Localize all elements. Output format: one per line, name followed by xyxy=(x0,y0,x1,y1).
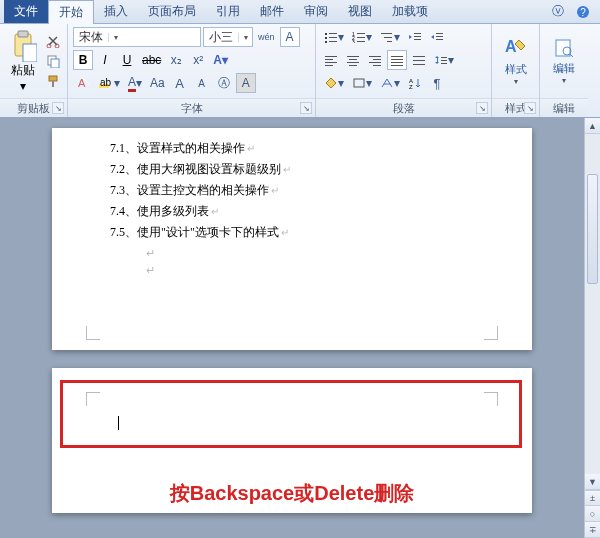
help-icon[interactable]: ? xyxy=(570,5,596,19)
document-scroll[interactable]: 7.1、设置样式的相关操作↵ 7.2、使用大纲视图设置标题级别↵ 7.3、设置主… xyxy=(0,118,584,538)
tab-references[interactable]: 引用 xyxy=(206,0,250,23)
svg-rect-49 xyxy=(391,62,403,63)
align-center-button[interactable] xyxy=(343,50,363,70)
scroll-up-icon[interactable]: ▲ xyxy=(585,118,600,134)
chevron-down-icon: ▾ xyxy=(514,77,518,86)
text-effects-button[interactable]: A▾ xyxy=(210,50,231,70)
svg-rect-26 xyxy=(381,33,392,34)
page-2[interactable]: 按Backspace或Delete删除 xyxy=(52,368,532,513)
scroll-track[interactable] xyxy=(585,134,600,474)
annotation-highlight-box xyxy=(60,380,522,448)
svg-rect-3 xyxy=(18,31,28,37)
svg-rect-62 xyxy=(556,40,570,56)
styles-launcher-icon[interactable]: ↘ xyxy=(524,102,536,114)
tab-mailings[interactable]: 邮件 xyxy=(250,0,294,23)
phonetic-guide-button[interactable]: wén xyxy=(255,27,278,47)
svg-rect-37 xyxy=(325,62,337,63)
tab-insert[interactable]: 插入 xyxy=(94,0,138,23)
minimize-ribbon-icon[interactable]: ⓥ xyxy=(546,3,570,20)
enclose-characters-button[interactable]: Ⓐ xyxy=(214,73,234,93)
distributed-button[interactable] xyxy=(409,50,429,70)
svg-rect-47 xyxy=(391,56,403,57)
clear-formatting-button[interactable]: A xyxy=(73,73,93,93)
character-shading-button[interactable]: A xyxy=(236,73,256,93)
editing-button[interactable]: 编辑 ▾ xyxy=(545,27,583,95)
numbering-button[interactable]: 123▾ xyxy=(349,27,375,47)
page-1[interactable]: 7.1、设置样式的相关操作↵ 7.2、使用大纲视图设置标题级别↵ 7.3、设置主… xyxy=(52,128,532,350)
tab-addins[interactable]: 加载项 xyxy=(382,0,438,23)
shading-button[interactable]: ▾ xyxy=(321,73,347,93)
superscript-button[interactable]: x² xyxy=(188,50,208,70)
svg-text:3: 3 xyxy=(352,39,355,43)
svg-rect-50 xyxy=(391,65,403,66)
copy-icon[interactable] xyxy=(44,53,62,69)
svg-rect-43 xyxy=(369,56,381,57)
svg-rect-41 xyxy=(347,62,359,63)
svg-rect-33 xyxy=(436,36,443,37)
clipboard-launcher-icon[interactable]: ↘ xyxy=(52,102,64,114)
group-font-label: 字体 xyxy=(68,98,315,117)
tab-file[interactable]: 文件 xyxy=(4,0,48,23)
svg-rect-46 xyxy=(373,65,381,66)
group-editing: 编辑 ▾ 编辑 xyxy=(540,24,588,117)
paragraph-mark-icon: ↵ xyxy=(211,206,219,217)
svg-rect-39 xyxy=(347,56,359,57)
subscript-button[interactable]: x₂ xyxy=(166,50,186,70)
borders-button[interactable]: ▾ xyxy=(349,73,375,93)
font-color-button[interactable]: A▾ xyxy=(125,73,145,93)
tab-view[interactable]: 视图 xyxy=(338,0,382,23)
align-justify-button[interactable] xyxy=(387,50,407,70)
svg-text:Z: Z xyxy=(409,84,413,89)
browse-object-icon[interactable]: ○ xyxy=(585,506,600,522)
show-marks-button[interactable]: ¶ xyxy=(427,73,447,93)
svg-rect-25 xyxy=(357,41,365,42)
multilevel-list-button[interactable]: ▾ xyxy=(377,27,403,47)
font-launcher-icon[interactable]: ↘ xyxy=(300,102,312,114)
highlight-button[interactable]: ab▾ xyxy=(95,73,123,93)
font-size-combo[interactable]: 小三▾ xyxy=(203,27,253,47)
increase-indent-button[interactable] xyxy=(427,27,447,47)
tab-home[interactable]: 开始 xyxy=(48,0,94,24)
svg-rect-8 xyxy=(51,59,59,68)
svg-rect-42 xyxy=(349,65,357,66)
bullets-button[interactable]: ▾ xyxy=(321,27,347,47)
svg-rect-9 xyxy=(49,76,57,81)
font-name-combo[interactable]: 宋体▾ xyxy=(73,27,201,47)
svg-rect-4 xyxy=(23,44,37,62)
svg-text:A: A xyxy=(505,38,517,55)
scroll-down-icon[interactable]: ▼ xyxy=(585,474,600,490)
tab-layout[interactable]: 页面布局 xyxy=(138,0,206,23)
scroll-thumb[interactable] xyxy=(587,174,598,284)
underline-button[interactable]: U xyxy=(117,50,137,70)
asian-layout-button[interactable]: ▾ xyxy=(377,73,403,93)
tab-review[interactable]: 审阅 xyxy=(294,0,338,23)
vertical-scrollbar[interactable]: ▲ ▼ ± ○ ∓ xyxy=(584,118,600,538)
group-paragraph-label: 段落 xyxy=(316,98,491,117)
svg-rect-58 xyxy=(354,79,364,87)
bold-button[interactable]: B xyxy=(73,50,93,70)
styles-button[interactable]: A 样式 ▾ xyxy=(497,27,534,95)
prev-page-icon[interactable]: ± xyxy=(585,490,600,506)
format-painter-icon[interactable] xyxy=(44,73,62,89)
align-right-button[interactable] xyxy=(365,50,385,70)
document-area: 7.1、设置样式的相关操作↵ 7.2、使用大纲视图设置标题级别↵ 7.3、设置主… xyxy=(0,118,600,538)
sort-button[interactable]: AZ xyxy=(405,73,425,93)
italic-button[interactable]: I xyxy=(95,50,115,70)
decrease-indent-button[interactable] xyxy=(405,27,425,47)
grow-font-button[interactable]: A xyxy=(170,73,190,93)
align-left-button[interactable] xyxy=(321,50,341,70)
svg-rect-21 xyxy=(357,33,365,34)
shrink-font-button[interactable]: A xyxy=(192,73,212,93)
line-spacing-button[interactable]: ▾ xyxy=(431,50,457,70)
paragraph-launcher-icon[interactable]: ↘ xyxy=(476,102,488,114)
strikethrough-button[interactable]: abc xyxy=(139,50,164,70)
character-border-button[interactable]: A xyxy=(280,27,300,47)
paragraph-mark-icon: ↵ xyxy=(247,143,255,154)
next-page-icon[interactable]: ∓ xyxy=(585,522,600,538)
change-case-button[interactable]: Aa xyxy=(147,73,168,93)
svg-rect-52 xyxy=(413,60,425,61)
styles-label: 样式 xyxy=(505,62,527,77)
paste-button[interactable]: 粘贴 ▾ xyxy=(5,27,41,95)
cut-icon[interactable] xyxy=(44,33,62,49)
svg-point-14 xyxy=(325,33,327,35)
